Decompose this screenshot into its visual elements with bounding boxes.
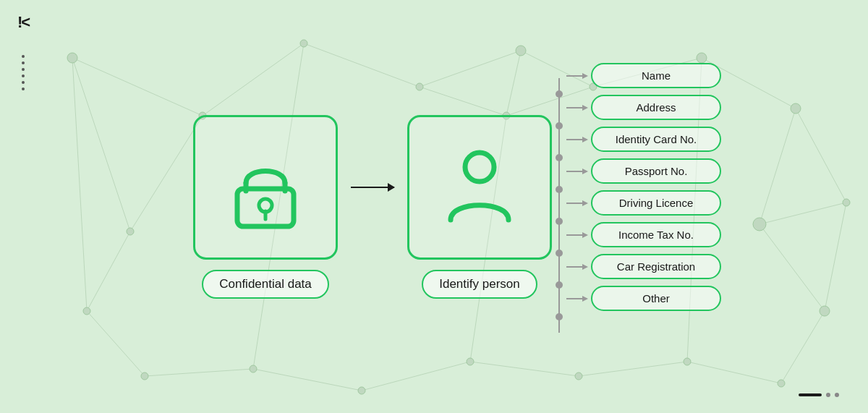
diagram: Confidential data Identify person [193,60,721,354]
list-item: Driving Licence [566,187,721,219]
h-arrow-icon [566,294,588,303]
item-label: Identity Card No. [591,127,721,152]
svg-point-61 [556,186,563,193]
identify-person-label: Identify person [422,270,537,299]
list-item: Address [566,92,721,124]
list-item: Income Tax No. [566,219,721,251]
svg-marker-71 [582,137,588,142]
svg-marker-75 [582,200,588,206]
svg-marker-73 [582,169,588,174]
items-list: Name Address Identity Card No. [566,60,721,315]
confidential-data-label: Confidential data [202,270,329,299]
list-item: Car Registration [566,251,721,283]
h-arrow-icon [566,72,588,80]
svg-point-60 [556,154,563,161]
item-label: Address [591,95,721,120]
confidential-data-box: Confidential data [193,115,338,299]
logo: !< [17,13,29,32]
item-label: Other [591,286,721,311]
sidebar-dot [22,88,25,90]
h-arrow-icon [566,263,588,271]
confidential-data-card [193,115,338,260]
person-icon [440,144,519,231]
vertical-connector [552,78,566,333]
svg-marker-69 [582,105,588,111]
lock-icon [226,144,305,231]
h-arrow-icon [566,199,588,208]
indicator-bar [799,393,822,396]
item-label: Driving Licence [591,190,721,216]
list-item: Identity Card No. [566,124,721,156]
svg-point-65 [556,313,563,320]
sidebar-dot [22,61,25,64]
sidebar-dots [22,55,25,90]
item-label: Passport No. [591,158,721,184]
list-item: Other [566,283,721,315]
h-arrow-icon [566,135,588,144]
svg-point-64 [556,281,563,289]
indicator-dot [835,393,839,397]
identify-person-box: Identify person [407,115,552,299]
svg-marker-79 [582,264,588,270]
svg-point-56 [465,153,494,182]
sidebar-dot [22,74,25,77]
svg-marker-77 [582,232,588,238]
item-label: Name [591,63,721,88]
list-item: Name [566,60,721,92]
item-label: Car Registration [591,254,721,279]
h-arrow-icon [566,167,588,176]
identify-person-card [407,115,552,260]
svg-point-58 [556,90,563,98]
bottom-indicator [799,393,839,397]
item-label: Income Tax No. [591,222,721,247]
main-content: Confidential data Identify person [46,0,868,413]
arrow-connector [351,187,394,188]
right-section: Name Address Identity Card No. [552,60,721,315]
svg-marker-81 [582,296,588,302]
list-item: Passport No. [566,156,721,187]
svg-marker-67 [582,73,588,79]
svg-point-63 [556,250,563,257]
arrow-line [351,187,394,188]
sidebar-dot [22,81,25,84]
svg-point-62 [556,218,563,225]
svg-point-59 [556,122,563,129]
sidebar-dot [22,55,25,58]
h-arrow-icon [566,103,588,112]
indicator-dot [826,393,830,397]
sidebar-dot [22,68,25,71]
h-arrow-icon [566,231,588,239]
sidebar: !< [0,0,46,413]
